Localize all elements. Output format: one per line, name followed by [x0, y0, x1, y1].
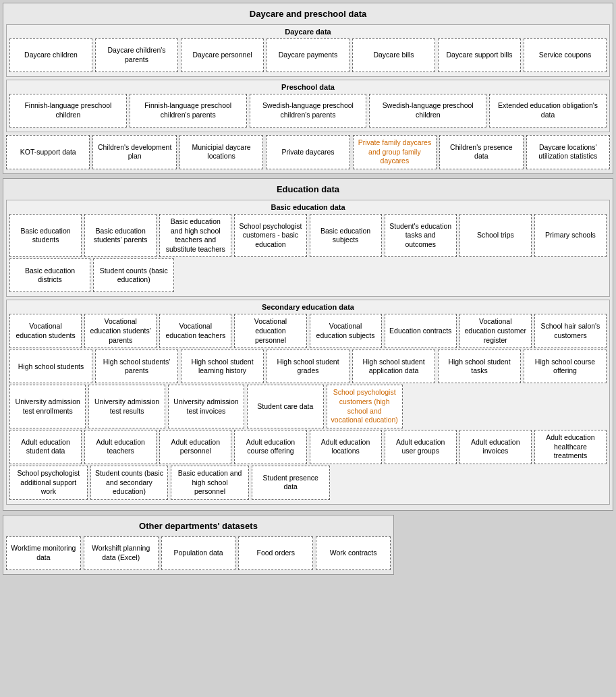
card-adult-personnel[interactable]: Adult education personnel [159, 430, 231, 464]
daycare-extra-row: KOT-support data Children's development … [6, 135, 610, 169]
basic-ed-row2: Basic education districts Student counts… [9, 258, 607, 292]
card-basic-ed-parents[interactable]: Basic education students' parents [84, 214, 157, 258]
card-student-presence[interactable]: Student presence data [252, 466, 330, 500]
card-municipal-daycare[interactable]: Municipial daycare locations [179, 135, 263, 169]
card-children-presence[interactable]: Children's presence data [439, 135, 523, 169]
preschool-cards-row: Finnish-language preschool children Finn… [9, 94, 607, 128]
card-school-psych-support[interactable]: School psychologist additional support w… [9, 466, 88, 500]
card-adult-student-data[interactable]: Adult education student data [9, 430, 82, 464]
card-voc-students-parents[interactable]: Vocational education students' parents [84, 314, 157, 348]
card-voc-students[interactable]: Vocational education students [9, 314, 82, 348]
card-daycare-bills[interactable]: Daycare bills [352, 38, 435, 72]
preschool-data-section: Preschool data Finnish-language preschoo… [6, 80, 610, 132]
card-adult-locations[interactable]: Adult education locations [310, 430, 382, 464]
card-school-psych-high-voc[interactable]: School psychologist customers (high scho… [327, 385, 403, 428]
card-adult-teachers[interactable]: Adult education teachers [84, 430, 157, 464]
card-adult-user-groups[interactable]: Adult education user groups [385, 430, 457, 464]
card-daycare-children-parents[interactable]: Daycare children's parents [95, 38, 178, 72]
daycare-preschool-section: Daycare and preschool data Daycare data … [3, 3, 613, 174]
card-voc-customer-register[interactable]: Vocational education customer register [459, 314, 532, 348]
daycare-preschool-title: Daycare and preschool data [6, 6, 610, 22]
card-daycare-utilization[interactable]: Daycare locations' utilization statistic… [526, 135, 610, 169]
card-voc-teachers[interactable]: Vocational education teachers [159, 314, 231, 348]
card-finnish-preschool-parents[interactable]: Finnish-language preschool children's pa… [130, 94, 247, 128]
secondary-row3: University admission test enrollments Un… [9, 385, 607, 428]
daycare-data-section: Daycare data Daycare children Daycare ch… [6, 24, 610, 77]
card-student-counts-all[interactable]: Student counts (basic and secondary educ… [90, 466, 169, 500]
basic-ed-row1: Basic education students Basic education… [9, 214, 607, 258]
card-student-ed-tasks[interactable]: Student's education tasks and outcomes [385, 214, 457, 258]
card-high-course-offering[interactable]: High school course offering [524, 350, 607, 383]
card-uni-enrollments[interactable]: University admission test enrollments [9, 385, 86, 428]
card-primary-schools[interactable]: Primary schools [534, 214, 607, 258]
card-workshift-planning[interactable]: Workshift planning data (Excel) [84, 536, 159, 570]
card-basic-ed-students[interactable]: Basic education students [9, 214, 82, 258]
basic-education-section: Basic education data Basic education stu… [6, 200, 610, 298]
secondary-row2: High school students High school student… [9, 350, 607, 383]
card-daycare-support-bills[interactable]: Daycare support bills [438, 38, 521, 72]
card-high-student-application[interactable]: High school student application data [352, 350, 435, 383]
card-daycare-personnel[interactable]: Daycare personnel [181, 38, 264, 72]
card-basic-high-personnel[interactable]: Basic education and high school personne… [171, 466, 249, 500]
card-voc-personnel[interactable]: Vocational education personnel [234, 314, 306, 348]
education-section: Education data Basic education data Basi… [3, 178, 613, 511]
card-high-student-tasks[interactable]: High school student tasks [438, 350, 521, 383]
card-kot-support[interactable]: KOT-support data [6, 135, 90, 169]
card-adult-course[interactable]: Adult education course offering [234, 430, 306, 464]
card-voc-subjects[interactable]: Vocational education subjects [310, 314, 382, 348]
card-service-coupons[interactable]: Service coupons [524, 38, 607, 72]
card-work-contracts[interactable]: Work contracts [316, 536, 391, 570]
card-basic-ed-districts[interactable]: Basic education districts [9, 258, 90, 292]
other-departments-section: Other departments' datasets Worktime mon… [3, 515, 394, 575]
card-population-data[interactable]: Population data [161, 536, 236, 570]
card-daycare-children[interactable]: Daycare children [9, 38, 92, 72]
card-private-family-daycares[interactable]: Private family daycares and group family… [353, 135, 437, 169]
card-high-student-learning[interactable]: High school student learning history [181, 350, 264, 383]
card-private-daycares[interactable]: Private daycares [266, 135, 349, 169]
card-uni-invoices[interactable]: University admission test invoices [168, 385, 244, 428]
card-education-contracts[interactable]: Education contracts [385, 314, 457, 348]
card-swedish-preschool-children[interactable]: Swedish-language preschool children [369, 94, 486, 128]
card-extended-education[interactable]: Extended education obligation's data [489, 94, 607, 128]
card-student-care[interactable]: Student care data [247, 385, 323, 428]
card-finnish-preschool-children[interactable]: Finnish-language preschool children [9, 94, 127, 128]
secondary-education-title: Secondary education data [9, 303, 607, 311]
secondary-row4: Adult education student data Adult educa… [9, 430, 607, 464]
education-title: Education data [6, 182, 610, 197]
card-school-hair-salon[interactable]: School hair salon's customers [534, 314, 607, 348]
card-basic-ed-subjects[interactable]: Basic education subjects [310, 214, 382, 258]
basic-education-title: Basic education data [9, 203, 607, 211]
preschool-data-title: Preschool data [9, 83, 607, 91]
card-student-counts-basic[interactable]: Student counts (basic education) [93, 258, 174, 292]
daycare-data-title: Daycare data [9, 28, 607, 36]
secondary-row5: School psychologist additional support w… [9, 466, 607, 500]
secondary-education-section: Secondary education data Vocational educ… [6, 300, 610, 504]
card-daycare-payments[interactable]: Daycare payments [267, 38, 349, 72]
card-school-psych-basic[interactable]: School psychologist customers - basic ed… [234, 214, 306, 258]
card-children-development[interactable]: Children's development plan [92, 135, 176, 169]
card-high-students-parents[interactable]: High school students' parents [95, 350, 178, 383]
card-adult-invoices[interactable]: Adult education invoices [459, 430, 532, 464]
card-high-students[interactable]: High school students [9, 350, 92, 383]
card-worktime-monitoring[interactable]: Worktime monitoring data [6, 536, 81, 570]
card-school-trips[interactable]: School trips [459, 214, 532, 258]
other-departments-row: Worktime monitoring data Workshift plann… [6, 536, 391, 570]
daycare-cards-row: Daycare children Daycare children's pare… [9, 38, 607, 72]
other-departments-title: Other departments' datasets [6, 518, 391, 534]
card-basic-high-teachers[interactable]: Basic education and high school teachers… [159, 214, 231, 258]
card-high-student-grades[interactable]: High school student grades [267, 350, 349, 383]
card-food-orders[interactable]: Food orders [238, 536, 313, 570]
secondary-row1: Vocational education students Vocational… [9, 314, 607, 348]
card-swedish-preschool-parents[interactable]: Swedish-language preschool children's pa… [250, 94, 367, 128]
card-uni-results[interactable]: University admission test results [88, 385, 165, 428]
card-adult-healthcare[interactable]: Adult education healthcare treatments [534, 430, 607, 464]
main-container: Daycare and preschool data Daycare data … [3, 3, 613, 575]
